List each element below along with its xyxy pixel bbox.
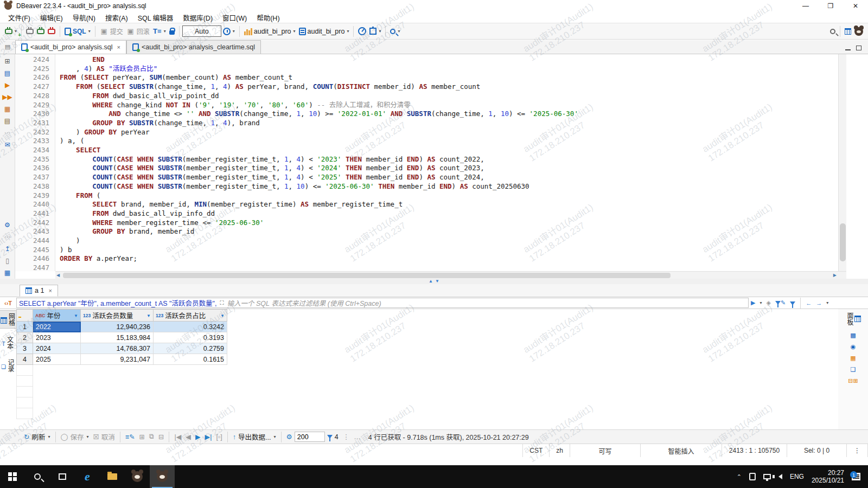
menu-item[interactable]: 文件(F) bbox=[3, 11, 35, 24]
output-panel-icon[interactable]: ✉ bbox=[3, 140, 12, 150]
transaction-history-button[interactable]: ▾ bbox=[221, 27, 237, 36]
row-number[interactable]: 1 bbox=[17, 322, 33, 332]
menu-item[interactable]: 搜索(A) bbox=[100, 11, 133, 24]
grid-cell[interactable]: 12,940,236 bbox=[81, 322, 154, 332]
notification-center-icon[interactable]: 1 bbox=[852, 473, 860, 480]
sash-down-icon[interactable]: ▼ bbox=[435, 279, 439, 284]
edit-cell-icon[interactable]: ≡✎ bbox=[125, 433, 135, 441]
next-page-icon[interactable]: ▶ bbox=[195, 433, 201, 441]
statusbar-dots-icon[interactable]: ⋮ bbox=[846, 444, 868, 457]
editor-horizontal-scrollbar[interactable]: ◀ ▶ bbox=[55, 271, 846, 279]
network-icon[interactable] bbox=[763, 474, 771, 479]
delete-row-icon[interactable]: ⊟ bbox=[158, 433, 164, 441]
row-number[interactable]: 3 bbox=[17, 343, 33, 354]
fetch-size-input[interactable] bbox=[295, 432, 325, 442]
execute-script-icon[interactable]: ▶▶ bbox=[3, 92, 12, 102]
nav-dropdown-icon[interactable]: ▾ bbox=[826, 300, 828, 305]
menu-item[interactable]: 导航(N) bbox=[68, 11, 100, 24]
layout-panel-icon[interactable]: ❑ bbox=[851, 366, 856, 373]
grid-cell[interactable]: 2024 bbox=[33, 343, 81, 354]
scroll-right-icon[interactable]: ▶ bbox=[833, 273, 837, 278]
grid-cell[interactable]: 0.3242 bbox=[154, 322, 227, 332]
panel-tab[interactable]: 面板 bbox=[845, 310, 861, 328]
transaction-log-button[interactable]: T≡▾ bbox=[151, 26, 168, 37]
fetch-all-icon[interactable]: [▫] bbox=[216, 433, 222, 441]
more-dots-icon[interactable]: ⋮ bbox=[343, 433, 350, 441]
view-tab-text[interactable]: 文本 T bbox=[1, 334, 15, 351]
commit-button[interactable]: ▣ 提交 bbox=[98, 25, 125, 37]
taskbar-search-button[interactable] bbox=[25, 465, 50, 488]
filter-funnel-icon[interactable] bbox=[790, 300, 795, 306]
view-tab-record[interactable]: 记录 ❏ bbox=[1, 357, 16, 374]
dashboard-button[interactable] bbox=[356, 26, 368, 36]
last-page-icon[interactable]: ▶| bbox=[205, 433, 212, 441]
minimize-view-icon[interactable] bbox=[845, 49, 851, 50]
menu-item[interactable]: 帮助(H) bbox=[252, 11, 284, 24]
tray-expand-icon[interactable]: ⌃ bbox=[737, 473, 742, 480]
row-number[interactable]: 2 bbox=[17, 332, 33, 343]
export-data-button[interactable]: ↑ 导出数据...▾ bbox=[233, 432, 276, 442]
duplicate-row-icon[interactable]: ⧉ bbox=[149, 433, 154, 441]
search-button[interactable]: ▾ bbox=[388, 28, 401, 35]
schema-selector[interactable]: audit_bi_pro▾ bbox=[297, 27, 351, 36]
menu-item[interactable]: 编辑(E) bbox=[35, 11, 68, 24]
column-header-1[interactable]: ABC年份▼ bbox=[33, 310, 81, 322]
grid-cell[interactable]: 2022 bbox=[33, 322, 81, 332]
menu-item[interactable]: SQL 编辑器 bbox=[133, 11, 178, 24]
tab-analysis-cleartime-sql[interactable]: <audit_bi_pro> analysis_cleartime.sql bbox=[126, 40, 261, 54]
dbeaver-perspective-button[interactable] bbox=[853, 26, 865, 37]
file-explorer-button[interactable] bbox=[100, 465, 125, 488]
back-arrow-icon[interactable]: ← bbox=[806, 300, 812, 306]
maximize-button[interactable]: ❐ bbox=[818, 0, 843, 12]
sash-up-icon[interactable]: ▲ bbox=[429, 279, 433, 284]
calc-panel-icon[interactable]: ▦ bbox=[850, 355, 856, 362]
first-page-icon[interactable]: |◀ bbox=[174, 433, 181, 441]
grid-cell[interactable]: 0.1615 bbox=[154, 354, 227, 365]
minimize-button[interactable]: — bbox=[793, 0, 818, 12]
menu-item[interactable]: 数据库(D) bbox=[178, 11, 218, 24]
sql-code-editor[interactable]: END , 4) AS "活跃会员占比"FROM (SELECT perYear… bbox=[55, 54, 838, 271]
editor-results-sash[interactable]: ▲ ▼ bbox=[0, 279, 868, 284]
lock-button[interactable] bbox=[168, 27, 176, 36]
row-number[interactable]: 4 bbox=[17, 354, 33, 365]
export-result-icon[interactable]: ↥ bbox=[3, 244, 12, 254]
dbeaver-taskbar-button-active[interactable] bbox=[150, 465, 175, 488]
new-connection-button[interactable]: +▾ bbox=[3, 28, 18, 35]
filter-input[interactable]: SELECT a.perYear "年份", a.member_count_t … bbox=[16, 298, 749, 308]
tasks-button[interactable]: ▾ bbox=[368, 27, 382, 36]
connection-selector[interactable]: audit_bi_pro▾ bbox=[242, 27, 297, 36]
forward-arrow-icon[interactable]: → bbox=[816, 300, 822, 306]
edit-filter-icon[interactable]: ✎ bbox=[775, 299, 786, 306]
scroll-left-icon[interactable]: ◀ bbox=[56, 273, 60, 278]
input-language[interactable]: ENG bbox=[790, 473, 804, 480]
expand-filter-icon[interactable]: ⛶ bbox=[220, 300, 224, 306]
results-tab[interactable]: a 1 × bbox=[20, 285, 58, 297]
grid-cell[interactable]: 15,183,984 bbox=[81, 332, 154, 343]
editor-gutter-icon[interactable]: ▤ bbox=[0, 40, 15, 54]
grid-cell[interactable]: 9,231,047 bbox=[81, 354, 154, 365]
menu-item[interactable]: 窗口(W) bbox=[218, 11, 252, 24]
prev-page-icon[interactable]: ◀ bbox=[186, 433, 191, 441]
erase-filter-icon[interactable]: ◈ bbox=[766, 299, 770, 306]
commit-mode-selector[interactable]: Auto bbox=[182, 25, 221, 37]
group-panel-icon[interactable]: ⊟⊞ bbox=[848, 377, 858, 384]
rollback-button[interactable]: ▣ 回滚 bbox=[125, 25, 151, 37]
apply-filter-icon[interactable]: ▶ bbox=[751, 299, 755, 306]
ie-browser-button[interactable]: e bbox=[75, 465, 100, 488]
view-tab-grid[interactable]: 网格 bbox=[0, 310, 17, 329]
row-number-header[interactable] bbox=[17, 310, 33, 322]
save-file-icon[interactable]: ▯ bbox=[3, 256, 12, 266]
cancel-button[interactable]: ☒ 取消 bbox=[93, 432, 115, 442]
grid-cell[interactable]: 14,768,307 bbox=[81, 343, 154, 354]
metadata-panel-icon[interactable]: ◉ bbox=[851, 343, 856, 350]
explain-plan-icon[interactable]: ▦ bbox=[3, 104, 12, 114]
dbeaver-taskbar-button[interactable] bbox=[125, 465, 150, 488]
panel-restore-icon[interactable]: ⊞ bbox=[3, 56, 12, 66]
result-settings-gear-icon[interactable]: ⚙ bbox=[286, 433, 292, 441]
add-row-icon[interactable]: ⊞ bbox=[139, 433, 145, 441]
perspective-button[interactable] bbox=[843, 27, 853, 36]
volume-icon[interactable] bbox=[778, 474, 782, 479]
disconnect-button[interactable] bbox=[46, 28, 57, 35]
usb-icon[interactable] bbox=[749, 473, 756, 480]
save-button[interactable]: ◯ 保存▾ bbox=[61, 432, 89, 442]
